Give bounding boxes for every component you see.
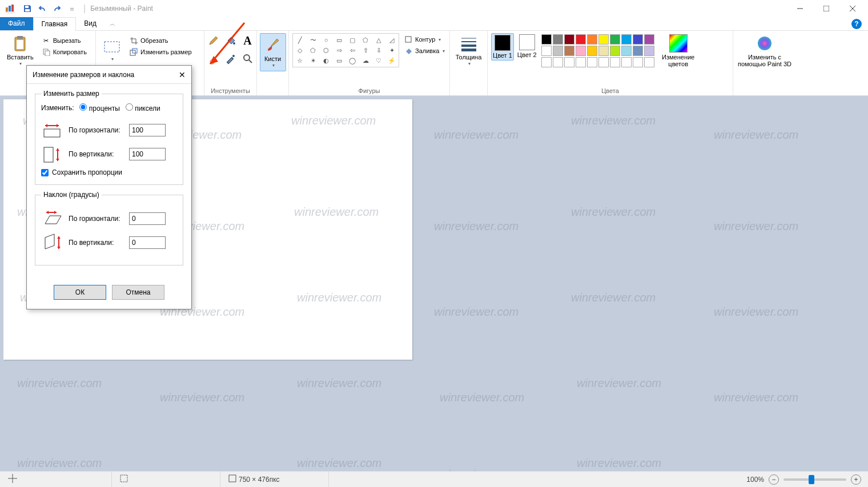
color2-button[interactable]: Цвет 2 <box>516 33 538 59</box>
color-swatch[interactable] <box>633 46 643 56</box>
fill-icon[interactable] <box>223 33 238 48</box>
brushes-button[interactable]: Кисти ▾ <box>260 33 286 71</box>
horizontal-input[interactable] <box>129 124 166 136</box>
close-button[interactable] <box>839 0 866 17</box>
star6-icon[interactable]: ✶ <box>307 55 319 66</box>
color-swatch[interactable] <box>541 34 552 45</box>
arrow-right-icon[interactable]: ⇨ <box>333 45 345 55</box>
oval-icon[interactable]: ○ <box>320 35 332 45</box>
heart-icon[interactable]: ♡ <box>373 55 384 66</box>
fill-button[interactable]: Заливка▾ <box>401 46 447 56</box>
ok-button[interactable]: ОК <box>54 285 106 300</box>
color-swatch[interactable] <box>644 34 654 45</box>
color-swatch[interactable] <box>564 57 574 67</box>
color-swatch[interactable] <box>610 46 620 56</box>
color-palette[interactable] <box>540 33 656 69</box>
color-swatch[interactable] <box>587 46 597 56</box>
paste-button[interactable]: Вставить ▾ <box>3 33 37 68</box>
color-swatch[interactable] <box>621 57 632 67</box>
help-button[interactable]: ? <box>845 17 868 30</box>
color-swatch[interactable] <box>576 46 586 56</box>
vertical-input[interactable] <box>129 148 166 160</box>
roundrect-icon[interactable]: ▢ <box>347 35 358 45</box>
color-swatch[interactable] <box>564 34 574 45</box>
cancel-button[interactable]: Отмена <box>112 285 164 300</box>
color-swatch[interactable] <box>576 57 586 67</box>
outline-button[interactable]: Контур▾ <box>401 34 447 45</box>
color-swatch[interactable] <box>564 46 574 56</box>
color-swatch[interactable] <box>644 57 654 67</box>
color1-button[interactable]: Цвет 1 <box>491 33 514 61</box>
star5-icon[interactable]: ☆ <box>294 55 306 66</box>
copy-button[interactable]: Копировать <box>39 47 89 57</box>
radio-percent[interactable]: проценты <box>79 103 119 112</box>
keep-aspect-checkbox[interactable]: Сохранить пропорции <box>41 168 177 176</box>
diamond-icon[interactable]: ◇ <box>294 45 306 55</box>
color-swatch[interactable] <box>598 46 609 56</box>
color-swatch[interactable] <box>587 57 597 67</box>
callout-oval-icon[interactable]: ◯ <box>347 55 358 66</box>
right-triangle-icon[interactable]: ◿ <box>386 35 397 45</box>
hexagon-icon[interactable]: ⬡ <box>320 45 332 55</box>
color-swatch[interactable] <box>610 34 620 45</box>
zoom-out-button[interactable]: − <box>769 474 779 485</box>
close-icon[interactable]: ✕ <box>179 70 186 79</box>
pentagon-icon[interactable]: ⬠ <box>307 45 319 55</box>
color-swatch[interactable] <box>598 57 609 67</box>
color-swatch[interactable] <box>541 57 552 67</box>
tab-home[interactable]: Главная <box>33 17 77 31</box>
rect-icon[interactable]: ▭ <box>333 35 345 45</box>
zoom-slider[interactable] <box>783 478 846 481</box>
arrow-up-icon[interactable]: ⇧ <box>360 45 371 55</box>
eraser-icon[interactable] <box>206 51 221 66</box>
color-swatch[interactable] <box>553 34 563 45</box>
text-icon[interactable]: A <box>240 33 255 48</box>
save-icon[interactable] <box>21 2 34 15</box>
qat-customize-icon[interactable]: = <box>65 2 79 15</box>
star4-icon[interactable]: ✦ <box>386 45 397 55</box>
color-swatch[interactable] <box>587 34 597 45</box>
select-button[interactable]: ▾ <box>99 37 124 63</box>
crop-button[interactable]: Обрезать <box>127 35 194 46</box>
color-swatch[interactable] <box>598 34 609 45</box>
polygon-icon[interactable]: ⬠ <box>360 35 371 45</box>
cloud-icon[interactable]: ☁ <box>360 55 371 66</box>
tab-file[interactable]: Файл <box>0 17 33 30</box>
maximize-button[interactable] <box>813 0 839 17</box>
color-swatch[interactable] <box>610 57 620 67</box>
edit-colors-button[interactable]: Изменение цветов <box>658 33 699 69</box>
color-swatch[interactable] <box>553 57 563 67</box>
color-swatch[interactable] <box>633 34 643 45</box>
triangle-icon[interactable]: △ <box>373 35 384 45</box>
skew-v-input[interactable] <box>129 236 166 249</box>
color-swatch[interactable] <box>621 34 632 45</box>
arrow-left-icon[interactable]: ⇦ <box>347 45 358 55</box>
arrow-down-icon[interactable]: ⇩ <box>373 45 384 55</box>
magnifier-icon[interactable] <box>240 51 255 66</box>
line-icon[interactable]: ╱ <box>294 35 306 45</box>
zoom-in-button[interactable]: + <box>851 474 861 485</box>
undo-icon[interactable] <box>35 2 49 15</box>
color-swatch[interactable] <box>633 57 643 67</box>
color-swatch[interactable] <box>644 46 654 56</box>
callout-rect-icon[interactable]: ▭ <box>333 55 345 66</box>
paint3d-button[interactable]: Изменить с помощью Paint 3D <box>734 33 795 69</box>
cut-button[interactable]: ✂Вырезать <box>39 35 89 46</box>
color-swatch[interactable] <box>576 34 586 45</box>
size-button[interactable]: Толщина ▾ <box>452 33 485 68</box>
radio-pixels[interactable]: пиксели <box>126 103 160 112</box>
tab-view[interactable]: Вид <box>76 17 105 30</box>
redo-icon[interactable] <box>50 2 64 15</box>
shapes-gallery[interactable]: ╱ 〜 ○ ▭ ▢ ⬠ △ ◿ ◇ ⬠ ⬡ ⇨ ⇦ ⇧ ⇩ ✦ <box>292 33 399 67</box>
skew-h-input[interactable] <box>129 212 166 225</box>
callout-round-icon[interactable]: ◐ <box>320 55 332 66</box>
pencil-icon[interactable] <box>206 33 221 48</box>
resize-button[interactable]: Изменить размер <box>127 47 194 57</box>
color-swatch[interactable] <box>553 46 563 56</box>
curve-icon[interactable]: 〜 <box>307 35 319 45</box>
eyedropper-icon[interactable] <box>223 51 238 66</box>
minimize-button[interactable] <box>787 0 813 17</box>
color-swatch[interactable] <box>621 46 632 56</box>
color-swatch[interactable] <box>541 46 552 56</box>
collapse-ribbon-icon[interactable]: ︿ <box>105 17 120 30</box>
